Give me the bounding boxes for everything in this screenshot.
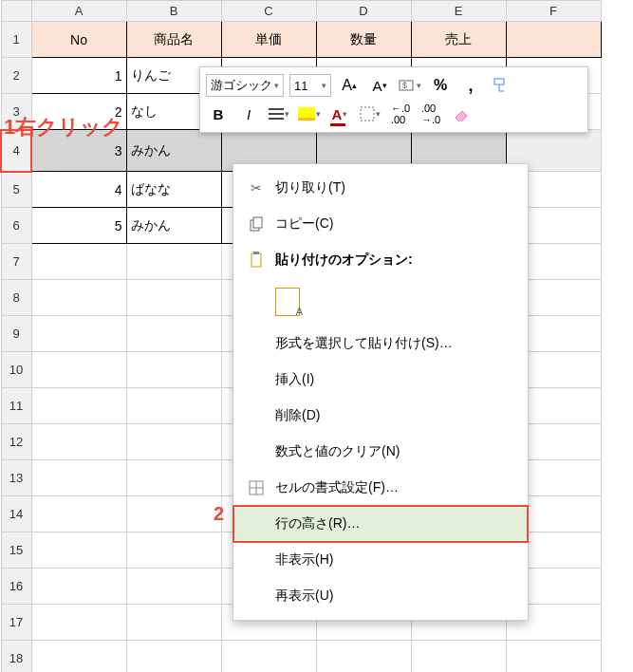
col-header-A[interactable]: A <box>31 1 126 22</box>
menu-paste-special-label: 形式を選択して貼り付け(S)… <box>270 335 514 352</box>
menu-paste-special[interactable]: 形式を選択して貼り付け(S)… <box>233 326 528 362</box>
row-header-8[interactable]: 8 <box>1 280 31 316</box>
menu-cut[interactable]: ✂ 切り取り(T) <box>233 170 528 206</box>
cell-A5[interactable]: 4 <box>31 172 126 208</box>
cell-A1[interactable]: No <box>31 22 126 58</box>
row-header-14[interactable]: 14 <box>1 496 31 532</box>
cell-F1[interactable] <box>506 22 601 58</box>
fill-color-icon <box>298 107 315 121</box>
row-header-15[interactable]: 15 <box>1 532 31 569</box>
row-header-18[interactable]: 18 <box>1 641 31 673</box>
cell-B4[interactable]: みかん <box>126 130 221 172</box>
menu-row-height-label: 行の高さ(R)… <box>270 515 514 532</box>
row-header-3[interactable]: 3 <box>1 94 31 130</box>
context-menu: ✂ 切り取り(T) コピー(C) 貼り付けのオプション: 形式を選択して貼り付け… <box>233 163 529 621</box>
copy-icon <box>243 216 270 232</box>
cell-B1[interactable]: 商品名 <box>126 22 221 58</box>
menu-insert[interactable]: 挿入(I) <box>233 362 528 398</box>
cell-E1[interactable]: 売上 <box>411 22 506 58</box>
row-header-11[interactable]: 11 <box>1 388 31 424</box>
align-icon <box>269 107 284 121</box>
cell-A6[interactable]: 5 <box>31 208 126 244</box>
menu-format-cells-label: セルの書式設定(F)… <box>270 479 514 496</box>
svg-rect-5 <box>253 217 262 228</box>
svg-rect-7 <box>253 252 259 254</box>
cell-A4[interactable]: 3 <box>31 130 126 172</box>
format-painter-button[interactable] <box>489 73 513 98</box>
borders-button[interactable]: ▾ <box>358 102 382 126</box>
row-header-10[interactable]: 10 <box>1 352 31 388</box>
increase-font-button[interactable]: A▴ <box>337 73 362 98</box>
font-size-select[interactable]: 11 ▾ <box>289 74 331 97</box>
row-header-12[interactable]: 12 <box>1 424 31 460</box>
menu-copy[interactable]: コピー(C) <box>233 206 528 242</box>
bold-button[interactable]: B <box>206 102 231 126</box>
row-header-17[interactable]: 17 <box>1 605 31 641</box>
row-header-9[interactable]: 9 <box>1 316 31 352</box>
decrease-font-button[interactable]: A▾ <box>367 73 392 98</box>
cell-C1[interactable]: 単価 <box>221 22 316 58</box>
increase-decimal-icon: ←.0.00 <box>391 103 410 125</box>
menu-unhide-label: 再表示(U) <box>270 588 514 605</box>
menu-delete[interactable]: 削除(D) <box>233 398 528 434</box>
menu-unhide[interactable]: 再表示(U) <box>233 578 528 614</box>
eraser-icon <box>453 106 470 121</box>
menu-paste-options: 貼り付けのオプション: <box>233 242 528 278</box>
font-family-select[interactable]: 游ゴシック ▾ <box>206 74 284 97</box>
cell-B5[interactable]: ばなな <box>126 172 221 208</box>
row-header-7[interactable]: 7 <box>1 244 31 280</box>
row-header-5[interactable]: 5 <box>1 172 31 208</box>
mini-toolbar: 游ゴシック ▾ 11 ▾ A▴ A▾ $▾ % , B I ▾ ▾ A▾ ▾ <box>199 66 588 133</box>
menu-hide[interactable]: 非表示(H) <box>233 542 528 578</box>
chevron-down-icon: ▾ <box>274 81 279 90</box>
menu-paste-default[interactable] <box>233 278 528 326</box>
menu-hide-label: 非表示(H) <box>270 551 514 569</box>
chevron-down-icon: ▾ <box>322 81 326 90</box>
format-cells-icon <box>243 480 270 495</box>
italic-button[interactable]: I <box>236 102 261 126</box>
menu-copy-label: コピー(C) <box>270 215 514 233</box>
paste-icon <box>275 288 300 316</box>
cell-A2[interactable]: 1 <box>31 58 126 94</box>
cell-B6[interactable]: みかん <box>126 208 221 244</box>
row-header-16[interactable]: 16 <box>1 569 31 605</box>
col-header-C[interactable]: C <box>221 1 316 22</box>
borders-icon <box>360 106 375 121</box>
font-size-label: 11 <box>294 79 307 93</box>
row-header-13[interactable]: 13 <box>1 460 31 496</box>
svg-text:$: $ <box>402 81 407 90</box>
col-header-D[interactable]: D <box>316 1 411 22</box>
row-header-2[interactable]: 2 <box>1 58 31 94</box>
row-header-4[interactable]: 4 <box>1 130 31 172</box>
clipboard-icon <box>243 252 270 269</box>
percent-format-button[interactable]: % <box>428 73 453 98</box>
increase-decimal-button[interactable]: ←.0.00 <box>388 102 413 126</box>
select-all-corner[interactable] <box>1 1 31 22</box>
decrease-decimal-icon: .00→.0 <box>421 103 440 125</box>
accounting-icon: $ <box>399 78 416 93</box>
menu-delete-label: 削除(D) <box>270 407 514 424</box>
menu-insert-label: 挿入(I) <box>270 371 514 388</box>
clear-formats-button[interactable] <box>449 102 474 126</box>
decrease-decimal-button[interactable]: .00→.0 <box>419 102 443 126</box>
menu-clear-label: 数式と値のクリア(N) <box>270 443 514 460</box>
font-color-button[interactable]: A▾ <box>327 102 352 126</box>
menu-format-cells[interactable]: セルの書式設定(F)… <box>233 470 528 506</box>
cell-D1[interactable]: 数量 <box>316 22 411 58</box>
menu-row-height[interactable]: 行の高さ(R)… <box>233 506 528 542</box>
row-header-6[interactable]: 6 <box>1 208 31 244</box>
comma-format-button[interactable]: , <box>458 73 483 98</box>
svg-rect-3 <box>361 107 374 121</box>
scissors-icon: ✂ <box>243 180 270 196</box>
row-header-1[interactable]: 1 <box>1 22 31 58</box>
fill-color-button[interactable]: ▾ <box>297 102 322 126</box>
col-header-F[interactable]: F <box>506 1 601 22</box>
menu-cut-label: 切り取り(T) <box>270 179 514 196</box>
align-button[interactable]: ▾ <box>267 102 291 126</box>
menu-clear-contents[interactable]: 数式と値のクリア(N) <box>233 434 528 470</box>
col-header-E[interactable]: E <box>411 1 506 22</box>
cell-A3[interactable]: 2 <box>31 94 126 130</box>
menu-paste-options-label: 貼り付けのオプション: <box>270 252 514 269</box>
col-header-B[interactable]: B <box>126 1 221 22</box>
accounting-format-button[interactable]: $▾ <box>398 73 422 98</box>
